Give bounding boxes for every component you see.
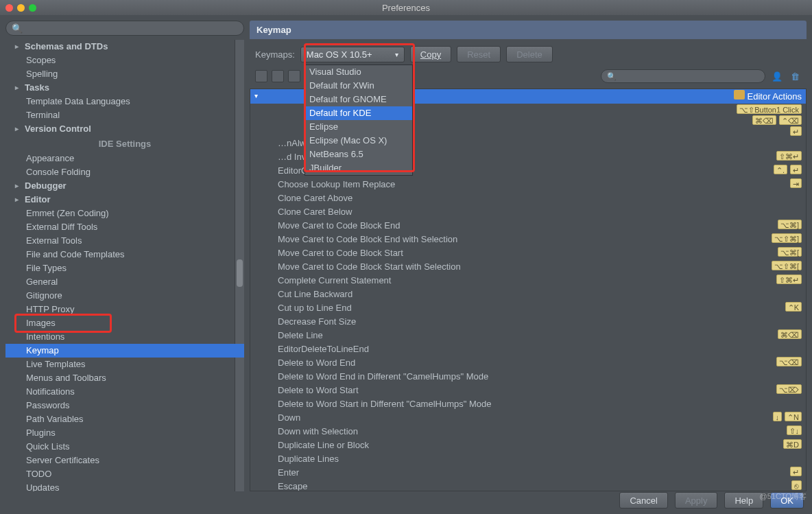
action-row[interactable]: Delete Line⌘⌫ <box>250 329 806 342</box>
dropdown-option[interactable]: Default for GNOME <box>305 93 412 106</box>
sidebar-item-images[interactable]: Images <box>5 316 244 330</box>
sidebar-search[interactable]: 🔍 <box>5 21 244 36</box>
edit-icon[interactable] <box>288 70 300 82</box>
action-row[interactable]: Clone Caret Above <box>250 191 806 205</box>
action-name: Escape <box>278 480 307 491</box>
action-row[interactable]: Delete to Word Start⌥⌦ <box>250 384 806 397</box>
collapse-icon[interactable] <box>272 70 284 82</box>
sidebar-item-plugins[interactable]: Plugins <box>5 426 244 440</box>
sidebar-item-file-types[interactable]: File Types <box>5 261 244 275</box>
close-icon[interactable] <box>5 4 13 12</box>
action-row[interactable]: Move Caret to Code Block Start with Sele… <box>250 260 806 274</box>
sidebar-item-external-diff-tools[interactable]: External Diff Tools <box>5 220 244 234</box>
action-row[interactable]: Move Caret to Code Block Start⌥⌘[ <box>250 246 806 260</box>
sidebar-item-path-variables[interactable]: Path Variables <box>5 412 244 426</box>
action-row[interactable]: Cut up to Line End⌃K <box>250 301 806 315</box>
action-name: EditorDeleteToLineEnd <box>278 343 369 355</box>
shortcut: ⎋ <box>791 480 802 491</box>
help-button[interactable]: Help <box>724 492 763 509</box>
watermark: @51CTO博客 <box>760 491 807 502</box>
action-name: Delete to Word End in Different "CamelHu… <box>278 371 488 383</box>
sidebar-item-general[interactable]: General <box>5 275 244 289</box>
action-row[interactable]: Clone Caret Below <box>250 205 806 219</box>
sidebar-item-menus-and-toolbars[interactable]: Menus and Toolbars <box>5 371 244 385</box>
dropdown-option[interactable]: JBuilder <box>305 161 412 175</box>
sidebar-item-http-proxy[interactable]: HTTP Proxy <box>5 303 244 316</box>
action-row[interactable]: Down↓⌃N <box>250 411 806 425</box>
action-name: Move Caret to Code Block End with Select… <box>278 233 457 246</box>
action-row[interactable]: EditorDeleteToLineEnd <box>250 342 806 356</box>
sidebar-item-gitignore[interactable]: Gitignore <box>5 289 244 303</box>
keymap-select[interactable]: Mac OS X 10.5+ <box>300 47 405 62</box>
action-name: Complete Current Statement <box>278 274 391 287</box>
sidebar-item-keymap[interactable]: Keymap <box>5 344 244 358</box>
action-row[interactable]: Choose Lookup Item Replace⇥ <box>250 178 806 191</box>
shortcut: ⌥⌘[ <box>778 247 802 259</box>
sidebar-item-editor[interactable]: Editor <box>5 193 244 207</box>
trash-icon[interactable]: 🗑 <box>789 70 801 82</box>
dropdown-option[interactable]: Visual Studio <box>305 65 412 79</box>
action-row[interactable]: Move Caret to Code Block End⌥⌘] <box>250 219 806 233</box>
sidebar-item-live-templates[interactable]: Live Templates <box>5 358 244 371</box>
dropdown-option[interactable]: Default for KDE <box>305 106 412 120</box>
action-row[interactable]: Down with Selection⇧↓ <box>250 425 806 439</box>
action-row[interactable]: Complete Current Statement⇧⌘↵ <box>250 274 806 288</box>
expand-icon[interactable] <box>255 70 267 82</box>
dropdown-option[interactable]: Default for XWin <box>305 79 412 93</box>
action-row[interactable]: Cut Line Backward <box>250 288 806 301</box>
action-row[interactable]: Duplicate Lines <box>250 452 806 466</box>
sidebar-item-debugger[interactable]: Debugger <box>5 179 244 193</box>
action-row[interactable]: Escape⎋ <box>250 480 806 491</box>
copy-button[interactable]: Copy <box>410 46 451 62</box>
action-name: Duplicate Lines <box>278 453 339 465</box>
dropdown-option[interactable]: Eclipse <box>305 120 412 134</box>
minimize-icon[interactable] <box>17 4 25 12</box>
action-search[interactable]: 🔍 <box>601 69 765 83</box>
action-row[interactable]: Delete to Word End⌥⌫ <box>250 356 806 370</box>
cancel-button[interactable]: Cancel <box>619 492 667 509</box>
search-input[interactable] <box>23 23 238 34</box>
sidebar-item-passwords[interactable]: Passwords <box>5 399 244 412</box>
sidebar-item-appearance[interactable]: Appearance <box>5 152 244 165</box>
delete-button[interactable]: Delete <box>506 46 553 62</box>
action-row[interactable]: Decrease Font Size <box>250 315 806 329</box>
zoom-icon[interactable] <box>29 4 36 12</box>
action-row[interactable]: Duplicate Line or Block⌘D <box>250 439 806 452</box>
action-row[interactable]: Move Caret to Code Block End with Select… <box>250 233 806 246</box>
sidebar-item-external-tools[interactable]: External Tools <box>5 234 244 248</box>
sidebar-item-version-control[interactable]: Version Control <box>5 122 244 136</box>
sidebar-item-schemas-and-dtds[interactable]: Schemas and DTDs <box>5 40 244 54</box>
window-title: Preferences <box>382 3 430 13</box>
sidebar-item-quick-lists[interactable]: Quick Lists <box>5 440 244 454</box>
sidebar-item-notifications[interactable]: Notifications <box>5 385 244 399</box>
action-name: Duplicate Line or Block <box>278 439 369 452</box>
page-title: Keymap <box>250 21 807 39</box>
settings-tree[interactable]: Schemas and DTDsScopesSpellingTasksTempl… <box>5 40 244 491</box>
sidebar-item-scopes[interactable]: Scopes <box>5 54 244 67</box>
sidebar-item-updates[interactable]: Updates <box>5 481 244 491</box>
dropdown-option[interactable]: NetBeans 6.5 <box>305 148 412 161</box>
search-icon: 🔍 <box>12 23 23 34</box>
reset-button[interactable]: Reset <box>457 46 501 62</box>
shortcut: ⌘⌫ <box>778 329 802 342</box>
sidebar-item-server-certificates[interactable]: Server Certificates <box>5 454 244 467</box>
action-row[interactable]: Delete to Word End in Different "CamelHu… <box>250 370 806 384</box>
sidebar-item-tasks[interactable]: Tasks <box>5 81 244 95</box>
dropdown-option[interactable]: Eclipse (Mac OS X) <box>305 134 412 148</box>
sidebar-item-todo[interactable]: TODO <box>5 467 244 481</box>
keymap-dropdown-popup[interactable]: Visual StudioDefault for XWinDefault for… <box>304 65 413 176</box>
sidebar-item-emmet-zen-coding-[interactable]: Emmet (Zen Coding) <box>5 207 244 220</box>
sidebar-item-console-folding[interactable]: Console Folding <box>5 165 244 179</box>
sidebar-item-terminal[interactable]: Terminal <box>5 108 244 122</box>
search-icon: 🔍 <box>607 72 617 81</box>
action-row[interactable]: Enter↵ <box>250 466 806 480</box>
sidebar-item-file-and-code-templates[interactable]: File and Code Templates <box>5 248 244 261</box>
action-row[interactable]: Delete to Word Start in Different "Camel… <box>250 397 806 411</box>
apply-button[interactable]: Apply <box>675 492 718 509</box>
sidebar-item-intentions[interactable]: Intentions <box>5 330 244 344</box>
sidebar-item-spelling[interactable]: Spelling <box>5 67 244 81</box>
sidebar-item-template-data-languages[interactable]: Template Data Languages <box>5 95 244 108</box>
find-shortcut-icon[interactable]: 👤 <box>771 70 783 82</box>
window-controls[interactable] <box>0 4 36 12</box>
sidebar: 🔍 Schemas and DTDsScopesSpellingTasksTem… <box>5 21 244 491</box>
